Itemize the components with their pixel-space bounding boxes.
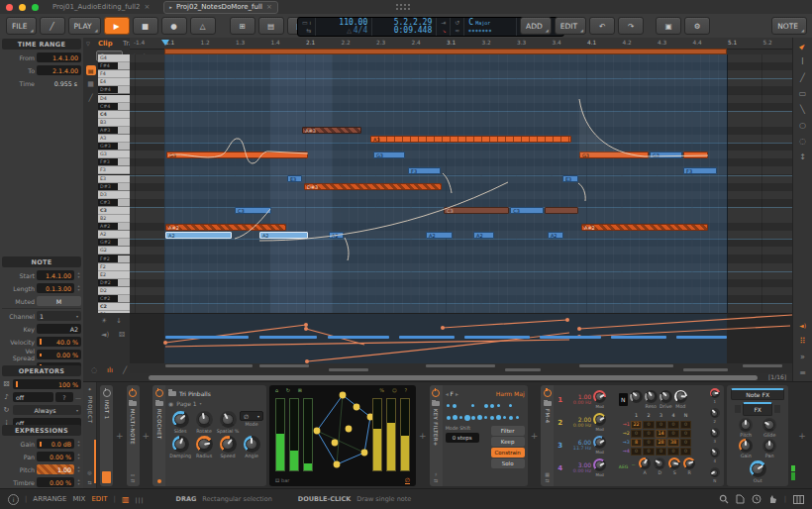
fm-matrix-cell[interactable]: 0 bbox=[656, 421, 667, 429]
fm4-strip[interactable]: FM-4 ▦ ⇆ bbox=[541, 385, 554, 486]
fm-matrix-cell[interactable]: 8 bbox=[631, 439, 643, 447]
fm-operator-4[interactable]: 43.000.00 HzMod bbox=[557, 457, 616, 479]
midi-note-G3[interactable]: G3 bbox=[650, 152, 682, 158]
midi-note-G3[interactable] bbox=[683, 152, 708, 158]
fx-slot[interactable]: FX bbox=[743, 402, 772, 416]
duplicate-button[interactable]: ▣ bbox=[656, 17, 681, 35]
fm-matrix[interactable]: 1234N→1220000→2001400→38028380→400000 bbox=[619, 412, 705, 456]
pitch-knob[interactable]: Pitch bbox=[739, 418, 753, 438]
piano-key-D#4[interactable]: D#4 bbox=[98, 86, 130, 94]
piano-key-B1[interactable]: B1 bbox=[98, 311, 130, 313]
midi-note-A3[interactable]: A3 bbox=[370, 136, 571, 143]
reso-knob[interactable]: Reso bbox=[645, 390, 658, 409]
remote-page[interactable]: Page 1 bbox=[176, 400, 196, 407]
op-level-knob-2[interactable]: 2 bbox=[710, 408, 720, 424]
minimize-window-icon[interactable] bbox=[19, 4, 26, 11]
fm-matrix-cell[interactable]: 38 bbox=[667, 439, 679, 447]
snap-grid-icon[interactable]: ⠿ bbox=[800, 337, 806, 346]
fm-matrix-cell[interactable]: 0 bbox=[631, 448, 643, 456]
piano-key-F#3[interactable]: F#3 bbox=[98, 158, 130, 166]
gain-field[interactable]: 0.0 dB bbox=[37, 439, 74, 449]
loop-icons[interactable]: ↺≈ bbox=[451, 18, 464, 36]
fm-matrix-cell[interactable]: 0 bbox=[643, 448, 655, 456]
search-icon[interactable] bbox=[719, 494, 729, 504]
piano-key-G#3[interactable]: G#3 bbox=[98, 143, 130, 151]
grid-mode-icon[interactable]: ▦ bbox=[87, 80, 94, 89]
fm-matrix-cell[interactable]: 0 bbox=[667, 430, 679, 438]
file-icon[interactable] bbox=[736, 494, 745, 504]
piano-key-F#4[interactable]: F#4 bbox=[98, 62, 130, 70]
fm-operator-3[interactable]: 36.0011.7 HzMod bbox=[557, 434, 616, 457]
layered-editing-button[interactable]: ▤ bbox=[258, 17, 284, 35]
fold-down-icon[interactable]: ↓ bbox=[116, 317, 122, 325]
midi-note-A2[interactable]: A2 bbox=[548, 232, 563, 239]
piano-key-C4[interactable]: C4 bbox=[98, 111, 130, 119]
midi-note-C3[interactable]: C3 bbox=[510, 207, 544, 214]
key-root[interactable]: C bbox=[468, 19, 473, 27]
fm-matrix-cell[interactable]: 0 bbox=[680, 448, 692, 456]
stop-button[interactable]: ■ bbox=[133, 17, 158, 35]
file-menu-button[interactable]: FILE◢ bbox=[6, 17, 37, 35]
filter-icon[interactable]: ▽ bbox=[86, 41, 90, 47]
line-tool-icon[interactable]: ╱ bbox=[88, 94, 92, 103]
sides-knob[interactable]: Sides bbox=[172, 411, 189, 434]
midi-note-A2[interactable]: A2 bbox=[259, 232, 308, 239]
fm-matrix-cell[interactable]: 0 bbox=[631, 430, 643, 438]
layered-mode-icon[interactable]: ▤ bbox=[86, 65, 96, 75]
piano-key-C3[interactable]: C3 bbox=[98, 207, 130, 215]
speed-knob[interactable]: Speed bbox=[220, 436, 237, 458]
edit-button[interactable]: EDIT◢ bbox=[555, 17, 586, 35]
note-fx-title[interactable]: Note FX bbox=[731, 388, 784, 400]
fm-operator-1[interactable]: 11.000.00 HzMod bbox=[557, 388, 616, 411]
lasso-tool-icon[interactable]: ○ bbox=[799, 121, 806, 130]
piano-key-F3[interactable]: F3 bbox=[98, 166, 130, 174]
piano-key-E4[interactable]: E4 bbox=[98, 78, 130, 86]
mod-knob[interactable]: Mod bbox=[674, 390, 687, 409]
note-start-field[interactable]: 1.4.1.00 bbox=[37, 270, 74, 280]
time-select-tool-icon[interactable]: I bbox=[801, 57, 803, 66]
transport-io-icons[interactable]: ▭ ı⇆ bbox=[298, 18, 316, 36]
pencil-tool-icon[interactable]: ╱ bbox=[800, 73, 805, 82]
eraser-tool-icon[interactable]: ▭ bbox=[799, 89, 807, 98]
repeats-q[interactable]: ? bbox=[55, 392, 73, 402]
note-grid[interactable]: A#3A3G3G3F3E3D#3C3C3C3A#2A#2A2A2A2A2A2A2… bbox=[130, 54, 792, 313]
repeats-field[interactable]: off bbox=[13, 392, 53, 402]
piano-key-D4[interactable]: D4 bbox=[98, 95, 130, 103]
power-icon[interactable] bbox=[432, 389, 440, 397]
a-knob[interactable]: A bbox=[639, 458, 651, 475]
root-note-stepper[interactable]: ◂ F ▸ bbox=[446, 390, 458, 397]
view-mix[interactable]: MIX bbox=[72, 495, 85, 503]
glide-knob[interactable]: Glide bbox=[762, 418, 776, 438]
metronome-button[interactable]: △ bbox=[190, 17, 216, 35]
piano-key-D3[interactable]: D3 bbox=[98, 191, 130, 199]
midi-note-A#2[interactable]: A#2 bbox=[581, 224, 708, 231]
panel-toggle-icon[interactable]: ▥ bbox=[122, 495, 130, 504]
power-icon[interactable] bbox=[103, 389, 111, 397]
r-knob[interactable]: R bbox=[683, 458, 695, 475]
grid-settings-icon[interactable]: ≡ bbox=[799, 368, 806, 377]
midi-note-E3[interactable]: E3 bbox=[562, 175, 578, 182]
out-knob[interactable]: Out bbox=[750, 460, 766, 483]
noise-box[interactable]: N bbox=[619, 393, 628, 406]
midi-note-E3[interactable]: E3 bbox=[287, 175, 302, 182]
viz-mod-icons[interactable]: % ☺ ? bbox=[379, 387, 410, 393]
mode-shift-field[interactable]: 0 steps bbox=[446, 433, 479, 443]
midi-note-A#3[interactable]: A#3 bbox=[302, 127, 361, 134]
piano-key-G3[interactable]: G3 bbox=[98, 151, 130, 158]
to-field[interactable]: 2.1.4.00 bbox=[37, 65, 81, 75]
midi-note-C3[interactable]: C3 bbox=[235, 207, 271, 214]
piano-key-D2[interactable]: D2 bbox=[98, 287, 130, 295]
mode-select[interactable]: ∅▾ Mode bbox=[240, 411, 263, 434]
drag-grip[interactable] bbox=[395, 3, 411, 11]
fm-matrix-cell[interactable]: 0 bbox=[656, 448, 667, 456]
brightness-icon[interactable]: ☀ bbox=[101, 317, 107, 325]
piano-key-F#2[interactable]: F#2 bbox=[98, 255, 130, 263]
midi-note-C3[interactable] bbox=[545, 207, 578, 214]
close-tab-icon[interactable]: × bbox=[266, 3, 272, 11]
rotate-knob[interactable]: Rotate bbox=[196, 411, 213, 434]
fx-slot-stub[interactable] bbox=[735, 405, 741, 413]
viz-shape-icons[interactable]: ⌂ ↻ ⊞ bbox=[275, 387, 305, 393]
drive-knob[interactable]: Drive bbox=[660, 390, 672, 409]
add-track-icon-button[interactable]: ⊞ bbox=[230, 17, 255, 35]
piano-key-F2[interactable]: F2 bbox=[98, 263, 130, 271]
